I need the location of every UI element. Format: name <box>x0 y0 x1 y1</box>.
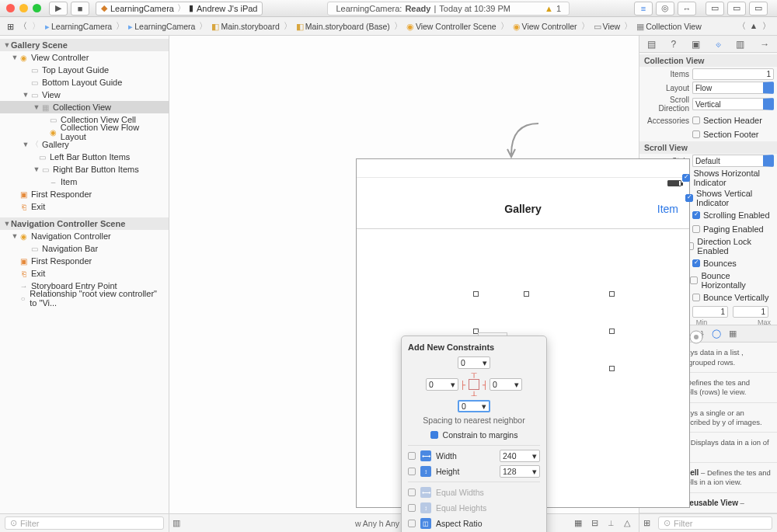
crumb-7[interactable]: ▦Collection View <box>634 22 704 31</box>
strut-left-icon[interactable]: ├ <box>460 381 465 389</box>
outline-exit[interactable]: ⎗Exit <box>0 200 169 213</box>
v-indicator-checkbox[interactable] <box>685 194 693 202</box>
segue-connector-icon[interactable] <box>688 329 704 345</box>
width-field[interactable]: 240▾ <box>500 450 540 462</box>
back-button[interactable]: 〈 <box>16 21 30 32</box>
top-spacing-field[interactable]: 0▾ <box>458 356 490 369</box>
section-header-checkbox[interactable] <box>692 116 700 124</box>
crumb-0[interactable]: ▸LearningCamera <box>43 22 114 31</box>
nav-bar-button-item[interactable]: Item <box>657 203 678 215</box>
size-inspector-tab[interactable]: ▥ <box>736 39 744 50</box>
constraint-diagram[interactable]: 0▾ ┬ 0▾ ├ ┤ 0▾ ┴ 0▾ <box>408 356 540 412</box>
resolve-issues-button[interactable]: △ <box>620 518 634 528</box>
help-inspector-tab[interactable]: ? <box>671 39 677 50</box>
bounces-checkbox[interactable] <box>692 259 700 267</box>
forward-button[interactable]: 〉 <box>30 21 43 32</box>
outline-viewcontroller[interactable]: ▼◉View Controller <box>0 51 169 64</box>
resize-handle[interactable] <box>473 291 479 297</box>
version-editor-button[interactable]: ↔ <box>678 2 696 16</box>
minimize-window-icon[interactable] <box>19 4 28 12</box>
jump-bar[interactable]: ⊞ 〈 〉 ▸LearningCamera〉 ▸LearningCamera〉 … <box>0 17 777 36</box>
paging-checkbox[interactable] <box>692 225 700 233</box>
h-indicator-checkbox[interactable] <box>682 174 690 182</box>
bounce-h-checkbox[interactable] <box>690 276 698 284</box>
height-checkbox[interactable] <box>408 468 416 475</box>
bounce-v-checkbox[interactable] <box>692 294 700 301</box>
outline-exit-2[interactable]: ⎗Exit <box>0 267 169 280</box>
outline-left-items[interactable]: ▭Left Bar Button Items <box>0 151 169 163</box>
scrolldir-select[interactable]: Vertical <box>692 98 774 110</box>
prev-issue-button[interactable]: 〈 <box>735 21 747 32</box>
zoom-min-field[interactable]: 1 <box>692 306 728 318</box>
crumb-1[interactable]: ▸LearningCamera <box>126 22 197 31</box>
outline-first-responder-2[interactable]: ▣First Responder <box>0 255 169 267</box>
scheme-selector[interactable]: ◆ LearningCamera 〉 ▮ Andrew J's iPad <box>96 2 263 16</box>
resize-handle[interactable] <box>524 291 529 297</box>
toggle-debug-button[interactable]: ▭ <box>727 2 746 16</box>
scene-header-nav[interactable]: ▼Navigation Controller Scene <box>0 217 169 230</box>
library-view-toggle[interactable]: ⊞ <box>639 518 653 528</box>
next-issue-button[interactable]: 〉 <box>760 21 772 32</box>
run-button[interactable]: ▶ <box>49 2 68 16</box>
outline-navbar[interactable]: ▭Navigation Bar <box>0 242 169 255</box>
stack-button[interactable]: ▦ <box>571 518 585 528</box>
crumb-6[interactable]: ▭View <box>591 22 623 31</box>
scrolling-enabled-checkbox[interactable] <box>692 211 700 219</box>
strut-top-icon[interactable]: ┬ <box>471 369 476 377</box>
bottom-spacing-field[interactable]: 0▾ <box>458 400 490 412</box>
toggle-utilities-button[interactable]: ▭ <box>749 2 768 16</box>
media-library-tab[interactable]: ▦ <box>729 329 737 339</box>
height-field[interactable]: 128▾ <box>500 465 540 478</box>
crumb-2[interactable]: ◧Main.storyboard <box>209 22 281 31</box>
zoom-max-field[interactable]: 1 <box>733 306 768 318</box>
standard-editor-button[interactable]: ≡ <box>634 2 653 16</box>
attributes-inspector-tab[interactable]: ⟐ <box>716 39 721 50</box>
outline-flowlayout[interactable]: ◉Collection View Flow Layout <box>0 126 169 138</box>
outline-item[interactable]: –Item <box>0 176 169 188</box>
navigation-bar[interactable]: Gallery Item <box>357 189 689 229</box>
resize-handle[interactable] <box>609 329 615 334</box>
toggle-outline-button[interactable]: ▥ <box>169 518 183 528</box>
related-items-icon[interactable]: ⊞ <box>5 22 16 31</box>
issue-warning-icon[interactable]: ▲ <box>747 21 760 32</box>
crumb-5[interactable]: ◉View Controller <box>510 22 580 31</box>
items-field[interactable]: 1 <box>692 68 774 80</box>
warning-icon[interactable]: ▲ <box>545 4 553 13</box>
traffic-lights[interactable] <box>6 4 41 12</box>
outline-top-guide[interactable]: ▭Top Layout Guide <box>0 64 169 76</box>
strut-bottom-icon[interactable]: ┴ <box>471 391 476 400</box>
stop-button[interactable]: ■ <box>71 2 89 16</box>
identity-inspector-tab[interactable]: ▣ <box>692 39 700 50</box>
inspector-tabs[interactable]: ▤ ? ▣ ⟐ ▥ → <box>639 36 777 53</box>
aspect-checkbox[interactable] <box>408 520 416 527</box>
right-spacing-field[interactable]: 0▾ <box>490 378 522 391</box>
outline-navcontroller[interactable]: ▼◉Navigation Controller <box>0 230 169 242</box>
crumb-4[interactable]: ◉View Controller Scene <box>404 22 499 31</box>
outline-collectionview[interactable]: ▼▦Collection View <box>0 101 169 113</box>
layout-select[interactable]: Flow <box>692 82 774 94</box>
close-window-icon[interactable] <box>6 4 15 12</box>
connections-inspector-tab[interactable]: → <box>760 39 769 50</box>
outline-relationship[interactable]: ○Relationship "root view controller" to … <box>0 292 169 304</box>
document-outline[interactable]: ▼Gallery Scene ▼◉View Controller ▭Top La… <box>0 36 169 513</box>
zoom-window-icon[interactable] <box>33 4 41 12</box>
toggle-navigator-button[interactable]: ▭ <box>706 2 724 16</box>
align-button[interactable]: ⊟ <box>587 518 601 528</box>
strut-right-icon[interactable]: ┤ <box>483 381 488 389</box>
assistant-editor-button[interactable]: ◎ <box>656 2 674 16</box>
scene-header-gallery[interactable]: ▼Gallery Scene <box>0 39 169 51</box>
object-library-tab[interactable]: ◯ <box>712 329 721 339</box>
width-checkbox[interactable] <box>408 452 416 460</box>
outline-bottom-guide[interactable]: ▭Bottom Layout Guide <box>0 76 169 89</box>
outline-filter-field[interactable]: ⊙Filter <box>5 516 164 530</box>
section-footer-checkbox[interactable] <box>692 130 700 138</box>
constrain-margins-checkbox[interactable] <box>430 431 438 439</box>
crumb-3[interactable]: ◧Main.storyboard (Base) <box>294 22 392 31</box>
resize-handle[interactable] <box>609 366 615 371</box>
outline-first-responder[interactable]: ▣First Responder <box>0 188 169 200</box>
left-spacing-field[interactable]: 0▾ <box>426 378 458 391</box>
library-filter-field[interactable]: ⊙Filter <box>658 516 772 530</box>
storyboard-canvas[interactable]: ◉ ▣ ⎗ Gallery Item Add New Con <box>169 36 639 513</box>
outline-right-items[interactable]: ▼▭Right Bar Button Items <box>0 163 169 176</box>
resize-handle[interactable] <box>609 291 615 297</box>
